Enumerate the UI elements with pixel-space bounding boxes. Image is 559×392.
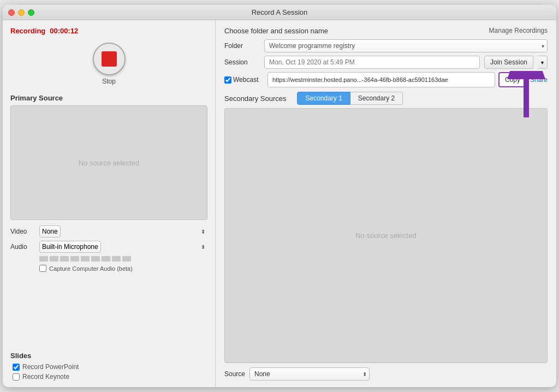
stop-icon	[102, 51, 117, 67]
minimize-button[interactable]	[18, 9, 25, 16]
webcast-row: Webcast Copy Share	[224, 72, 548, 87]
secondary-source-preview: No source selected	[224, 108, 548, 363]
stop-button[interactable]	[93, 43, 126, 75]
video-select[interactable]: None	[39, 225, 61, 237]
window-title: Record A Session	[252, 8, 308, 16]
webcast-check: Webcast	[224, 76, 264, 84]
level-bar-5	[81, 256, 90, 262]
record-keynote-checkbox[interactable]	[13, 373, 20, 381]
secondary1-tab[interactable]: Secondary 1	[297, 92, 350, 105]
primary-source-header: Primary Source	[10, 94, 207, 102]
join-session-button[interactable]: Join Session	[484, 56, 533, 69]
level-bar-1	[39, 256, 48, 262]
level-bar-9	[122, 256, 131, 262]
session-label: Session	[224, 58, 260, 66]
slides-header: Slides	[10, 352, 207, 360]
session-row: Session Join Session ▾	[224, 56, 548, 69]
capture-audio-label: Capture Computer Audio (beta)	[49, 265, 133, 272]
choose-folder-header: Choose folder and session name	[224, 27, 328, 35]
level-bar-6	[91, 256, 100, 262]
webcast-url-input[interactable]	[267, 72, 495, 87]
video-source-row: Video None	[10, 225, 207, 237]
audio-source-row: Audio Built-in Microphone	[10, 241, 207, 253]
secondary-no-source-text: No source selected	[355, 231, 416, 240]
webcast-label: Webcast	[233, 76, 258, 84]
source-bottom-row: Source None	[224, 367, 548, 381]
main-window: Record A Session Recording 00:00:12 Stop…	[3, 5, 556, 387]
secondary-sources-section: Secondary Sources Secondary 1 Secondary …	[224, 92, 548, 381]
folder-select[interactable]: Welcome programme registry	[264, 39, 548, 52]
record-powerpoint-checkbox[interactable]	[13, 364, 20, 371]
recording-time: 00:00:12	[50, 27, 78, 35]
close-button[interactable]	[8, 9, 15, 16]
webcast-checkbox[interactable]	[224, 76, 231, 84]
video-label: Video	[10, 228, 35, 235]
recording-label: Recording	[10, 27, 45, 35]
left-panel: Recording 00:00:12 Stop Primary Source N…	[3, 20, 216, 387]
folder-row: Folder Welcome programme registry	[224, 39, 548, 52]
slides-options: Record PowerPoint Record Keynote	[13, 363, 207, 381]
session-input[interactable]	[264, 56, 480, 69]
audio-select[interactable]: Built-in Microphone	[39, 241, 101, 253]
slides-section: Slides Record PowerPoint Record Keynote	[10, 352, 207, 381]
join-session-dropdown[interactable]: ▾	[538, 56, 548, 69]
audio-levels	[39, 256, 207, 262]
maximize-button[interactable]	[28, 9, 34, 16]
primary-source-section: Primary Source No source selected Video …	[10, 94, 207, 343]
right-panel: Choose folder and session name Manage Re…	[216, 20, 556, 387]
video-select-wrapper: None	[39, 225, 207, 237]
audio-select-wrapper: Built-in Microphone	[39, 241, 207, 253]
level-bar-3	[60, 256, 69, 262]
source-bottom-select-wrapper: None	[249, 367, 370, 381]
primary-no-source-text: No source selected	[79, 159, 139, 167]
record-keynote-row: Record Keynote	[13, 373, 207, 381]
capture-audio-checkbox[interactable]	[39, 265, 46, 272]
source-bottom-label: Source	[224, 370, 245, 378]
recording-header: Recording 00:00:12	[10, 27, 207, 35]
source-controls: Video None Audio Built-in Microphone	[10, 225, 207, 272]
record-powerpoint-label: Record PowerPoint	[22, 363, 79, 371]
level-bar-2	[50, 256, 58, 262]
traffic-lights	[8, 9, 34, 16]
right-top: Choose folder and session name Manage Re…	[224, 27, 548, 35]
level-bar-7	[102, 256, 110, 262]
level-bar-8	[112, 256, 121, 262]
stop-label: Stop	[102, 78, 116, 85]
audio-label: Audio	[10, 243, 35, 251]
manage-recordings-link[interactable]: Manage Recordings	[489, 27, 548, 34]
form-fields: Folder Welcome programme registry Sessio…	[224, 39, 548, 87]
folder-select-wrapper: Welcome programme registry	[264, 39, 548, 52]
arrow-annotation	[504, 71, 548, 120]
source-bottom-select[interactable]: None	[249, 367, 370, 381]
primary-source-preview: No source selected	[10, 105, 207, 220]
content-area: Recording 00:00:12 Stop Primary Source N…	[3, 20, 556, 387]
folder-label: Folder	[224, 42, 260, 50]
secondary-header-row: Secondary Sources Secondary 1 Secondary …	[224, 92, 548, 105]
titlebar: Record A Session	[3, 5, 556, 20]
secondary2-tab[interactable]: Secondary 2	[350, 92, 403, 105]
stop-button-container: Stop	[10, 43, 207, 85]
secondary-sources-header: Secondary Sources	[224, 94, 286, 103]
level-bar-4	[70, 256, 79, 262]
record-keynote-label: Record Keynote	[22, 373, 69, 381]
capture-checkbox-row: Capture Computer Audio (beta)	[39, 265, 207, 272]
record-powerpoint-row: Record PowerPoint	[13, 363, 207, 371]
